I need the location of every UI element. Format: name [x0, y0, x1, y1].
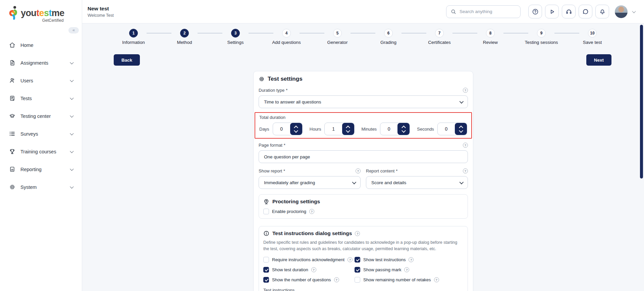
duration-type-select[interactable]: Time to answer all questions [259, 95, 468, 108]
info-icon[interactable]: ? [311, 267, 316, 272]
page-format-input[interactable]: One question per page [259, 150, 468, 163]
minutes-value[interactable]: 0 [380, 123, 397, 135]
instructions-description: Define specific test rules and guideline… [263, 239, 463, 252]
step-review[interactable]: 8 Review [465, 29, 516, 45]
info-icon[interactable]: ? [434, 277, 439, 282]
minutes-stepper[interactable]: 0 [380, 123, 410, 135]
hours-stepper[interactable]: 1 [324, 123, 354, 135]
logo-wordmark: youtestme [21, 9, 64, 18]
step-method[interactable]: 2 Method [159, 29, 210, 45]
info-icon[interactable]: ? [355, 231, 360, 236]
instructions-title-row: Test instructions dialog settings ? [263, 230, 463, 236]
minutes-spin-buttons[interactable] [397, 123, 410, 135]
avatar[interactable] [615, 5, 628, 18]
days-stepper[interactable]: 0 [273, 123, 303, 135]
show-passing-mark-checkbox[interactable]: Show passing mark ? [355, 267, 463, 273]
require-acknowledgment-checkbox[interactable]: Require instructions acknowledgment ? [263, 257, 355, 263]
chevron-down-icon [70, 114, 73, 117]
total-duration-label: Total duration [259, 115, 467, 120]
info-icon[interactable]: ? [409, 257, 414, 262]
info-icon[interactable]: ? [347, 257, 353, 262]
step-circle: 8 [486, 29, 495, 38]
show-test-duration-checkbox[interactable]: Show test duration ? [263, 267, 355, 273]
sidebar-item-training-courses[interactable]: Training courses [0, 143, 82, 160]
proctoring-title: Proctoring settings [272, 199, 320, 205]
sidebar-item-reporting[interactable]: Reporting [0, 160, 82, 178]
hours-spin-buttons[interactable] [342, 123, 354, 135]
tutorial-button[interactable] [545, 5, 559, 18]
search-input[interactable] [460, 9, 510, 14]
testing-center-icon [9, 113, 15, 119]
search-box[interactable] [446, 5, 521, 18]
profile-chevron-down-icon[interactable] [632, 9, 636, 13]
info-icon[interactable]: ? [463, 168, 468, 173]
days-value[interactable]: 0 [273, 123, 290, 135]
step-label: Information [122, 40, 145, 45]
help-button[interactable] [528, 5, 542, 18]
minutes-label: Minutes [362, 127, 377, 132]
step-generator[interactable]: 5 Generator [312, 29, 363, 45]
step-add-questions[interactable]: 4 Add questions [261, 29, 312, 45]
chevron-down-icon[interactable] [346, 129, 350, 133]
checkbox-box[interactable] [263, 257, 269, 263]
step-save-test[interactable]: 10 Save test [567, 29, 618, 45]
info-icon[interactable]: ? [463, 88, 468, 93]
checkbox-box[interactable] [355, 257, 360, 263]
info-icon[interactable]: ? [404, 267, 409, 272]
show-number-of-questions-checkbox[interactable]: Show the number of questions ? [263, 277, 355, 283]
info-icon[interactable]: ? [463, 143, 468, 148]
step-circle: 6 [384, 29, 393, 38]
days-spin-buttons[interactable] [290, 123, 302, 135]
checkbox-box[interactable] [355, 277, 360, 283]
show-remaining-retakes-checkbox[interactable]: Show remaining number of retakes ? [355, 277, 463, 283]
checkbox-box[interactable] [263, 267, 269, 273]
card-title-text: Test settings [268, 76, 303, 82]
sidebar-item-assignments[interactable]: Assignments [0, 54, 82, 72]
chevron-down-icon[interactable] [294, 129, 298, 133]
notifications-button[interactable] [595, 5, 609, 18]
sidebar-collapse-button[interactable]: « [68, 27, 79, 33]
chevron-down-icon [70, 131, 73, 135]
chat-button[interactable] [579, 5, 592, 18]
show-test-instructions-checkbox[interactable]: Show test instructions ? [355, 257, 463, 263]
checkbox-label: Require instructions acknowledgment [272, 257, 344, 262]
back-button[interactable]: Back [114, 54, 140, 66]
step-settings[interactable]: 3 Settings [210, 29, 261, 45]
checkbox-label: Show test instructions [363, 257, 406, 262]
enable-proctoring-checkbox[interactable]: Enable proctoring ? [263, 209, 463, 214]
step-testing-sessions[interactable]: 9 Testing sessions [516, 29, 567, 45]
sidebar: youtestme GetCertified « Home Assignment… [0, 0, 82, 291]
checkbox-box[interactable] [263, 209, 269, 214]
search-icon [451, 9, 456, 14]
vertical-scrollbar[interactable] [640, 25, 643, 178]
logo: youtestme GetCertified [0, 0, 82, 23]
info-icon[interactable]: ? [334, 277, 339, 282]
seconds-stepper[interactable]: 0 [437, 123, 467, 135]
seconds-spin-buttons[interactable] [455, 123, 467, 135]
sidebar-item-tests[interactable]: Tests [0, 89, 82, 107]
sidebar-item-label: System [20, 185, 37, 190]
step-information[interactable]: 1 Information [108, 29, 159, 45]
support-button[interactable] [562, 5, 576, 18]
duration-type-label-row: Duration type * ? [259, 88, 468, 93]
sidebar-item-surveys[interactable]: Surveys [0, 125, 82, 143]
show-report-select[interactable]: Immediately after grading [259, 176, 361, 189]
users-icon [9, 77, 15, 84]
app-root: youtestme GetCertified « Home Assignment… [0, 0, 644, 291]
chevron-down-icon[interactable] [401, 129, 406, 133]
info-icon[interactable]: ? [356, 168, 361, 173]
sidebar-item-home[interactable]: Home [0, 36, 82, 54]
chevron-down-icon[interactable] [459, 129, 463, 133]
checkbox-box[interactable] [355, 267, 360, 273]
sidebar-item-users[interactable]: Users [0, 72, 82, 89]
sidebar-item-system[interactable]: System [0, 178, 82, 196]
info-icon[interactable]: ? [309, 209, 314, 214]
sidebar-item-testing-center[interactable]: Testing center [0, 107, 82, 125]
next-button[interactable]: Next [586, 54, 611, 66]
report-content-select[interactable]: Score and details [366, 176, 468, 189]
hours-value[interactable]: 1 [325, 123, 342, 135]
seconds-value[interactable]: 0 [438, 123, 455, 135]
step-certificates[interactable]: 7 Certificates [414, 29, 465, 45]
step-grading[interactable]: 6 Grading [363, 29, 414, 45]
checkbox-box[interactable] [263, 277, 269, 283]
